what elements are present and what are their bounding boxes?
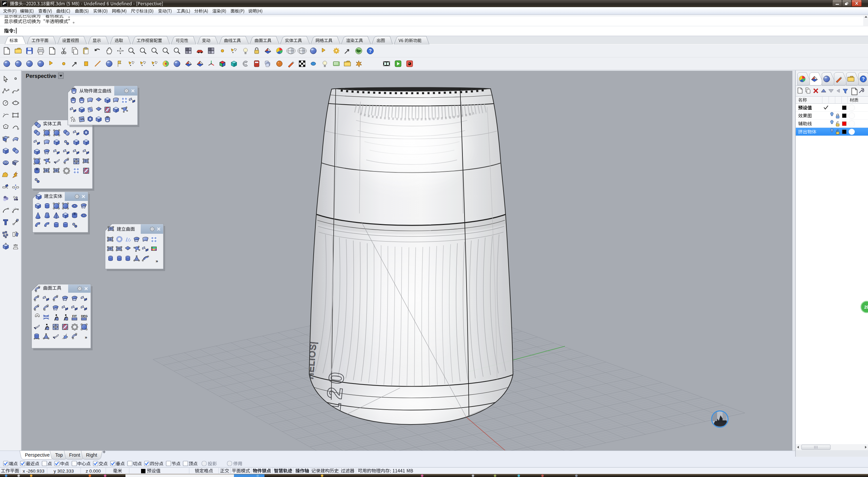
svg-text:»: » [156, 258, 158, 264]
svg-text:Perspective: Perspective [25, 452, 50, 458]
svg-text:z 0.000: z 0.000 [86, 469, 101, 474]
svg-text:Top: Top [55, 452, 63, 458]
svg-text:29: 29 [864, 305, 868, 310]
svg-text:Right: Right [86, 452, 97, 458]
svg-text:y 302.333: y 302.333 [54, 469, 74, 474]
svg-text:Front: Front [69, 452, 80, 458]
svg-text:»: » [85, 335, 87, 340]
svg-text:x -260.933: x -260.933 [23, 469, 44, 474]
svg-text:Perspective: Perspective [26, 73, 56, 79]
